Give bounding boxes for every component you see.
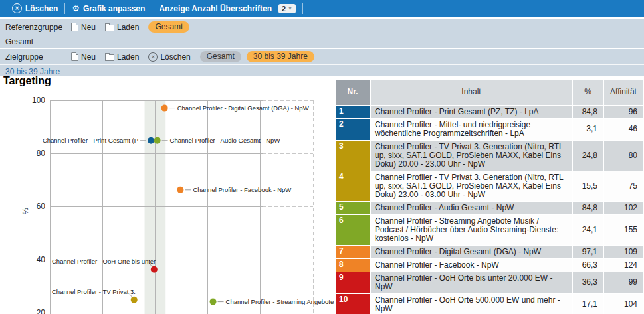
- reference-group-badge-gesamt[interactable]: Gesamt: [148, 21, 189, 33]
- headings-count-dropdown[interactable]: 2 ▼: [278, 4, 296, 13]
- x-circle-icon: ✕: [148, 52, 158, 62]
- table-row[interactable]: 6Channel Profiler - Streaming Angebote M…: [336, 214, 643, 245]
- chart-title: Targeting: [3, 75, 51, 87]
- row-percent: 15,5: [572, 171, 603, 201]
- target-group-new-button[interactable]: Neu: [71, 52, 96, 62]
- row-affinitaet: 109: [603, 245, 643, 258]
- toolbar-delete-label: Löschen: [25, 4, 58, 13]
- load-button-label: Laden: [117, 52, 139, 62]
- new-document-icon: [71, 23, 78, 31]
- load-button-label: Laden: [117, 23, 139, 32]
- row-percent: 17,1: [572, 293, 603, 314]
- target-group-delete-button[interactable]: ✕ Löschen: [148, 52, 190, 62]
- chart-point-label: Channel Profiler - Print Gesamt (P: [43, 137, 138, 144]
- toolbar-delete-button[interactable]: ✕ Löschen: [5, 3, 64, 13]
- chart-point[interactable]: [148, 137, 154, 144]
- row-affinitaet: 155: [603, 214, 643, 245]
- row-inhalt: Channel Profiler - Facebook - NpW: [370, 258, 572, 272]
- chart-point-label: Channel Profiler - OoH Orte bis unter: [52, 258, 156, 265]
- chart-point[interactable]: [131, 297, 138, 303]
- row-affinitaet: 124: [603, 258, 643, 272]
- column-header-nr[interactable]: Nr.: [336, 80, 370, 105]
- table-row[interactable]: 1Channel Profiler - Print Gesamt (PZ, TZ…: [336, 105, 643, 118]
- row-percent: 84,8: [572, 105, 603, 118]
- target-group-row: Zielgruppe Neu Laden ✕ Löschen Gesamt 30…: [0, 49, 644, 64]
- reference-group-selected-row: Gesamt: [0, 35, 644, 48]
- row-affinitaet: 99: [603, 272, 643, 293]
- y-axis-tick: 80: [37, 149, 46, 158]
- target-group-badge-gesamt[interactable]: Gesamt: [200, 51, 241, 62]
- y-axis-label: %: [21, 208, 29, 214]
- reference-group-load-button[interactable]: Laden: [105, 23, 139, 32]
- target-group-panel: Zielgruppe Neu Laden ✕ Löschen Gesamt 30…: [0, 49, 644, 76]
- row-affinitaet: 80: [603, 140, 643, 171]
- reference-group-row: Referenzgruppe Neu Laden Gesamt: [0, 19, 644, 35]
- reference-group-new-button[interactable]: Neu: [71, 23, 96, 32]
- chart-point-label: Channel Profiler - Facebook - NpW: [193, 186, 291, 193]
- target-group-selected-row: 30 bis 39 Jahre: [0, 64, 644, 78]
- chart-point-label: Channel Profiler - TV Privat 3.: [52, 288, 136, 295]
- y-axis-tick: 100: [32, 96, 45, 105]
- table-row[interactable]: 5Channel Profiler - Audio Gesamt - NpW84…: [336, 201, 643, 214]
- row-inhalt: Channel Profiler - Streaming Angebote Mu…: [370, 214, 572, 245]
- row-percent: 84,8: [572, 201, 603, 214]
- row-inhalt: Channel Profiler - Digital Gesamt (DGA) …: [370, 245, 572, 258]
- row-number-badge: 9: [336, 272, 370, 293]
- chart-point-label: Channel Profiler - Digital Gesamt (DGA) …: [177, 104, 309, 112]
- reference-group-selected: Gesamt: [5, 37, 33, 46]
- row-percent: 24,1: [572, 214, 603, 245]
- row-number-badge: 1: [336, 105, 370, 118]
- table-row[interactable]: 2Channel Profiler - Mittel- und niedrigp…: [336, 118, 643, 140]
- row-inhalt: Channel Profiler - OoH Orte 500.000 EW u…: [370, 293, 572, 314]
- toolbar-adjust-graphic-button[interactable]: ⚙ Grafik anpassen: [65, 4, 152, 13]
- table-row[interactable]: 7Channel Profiler - Digital Gesamt (DGA)…: [336, 245, 643, 258]
- chart-point[interactable]: [177, 187, 183, 193]
- toolbar-adjust-label: Grafik anpassen: [83, 4, 145, 13]
- chart-point[interactable]: [210, 299, 217, 305]
- table-row[interactable]: 4Channel Profiler - TV Privat 3. Generat…: [336, 171, 643, 201]
- row-number-badge: 2: [336, 118, 370, 140]
- toolbar-headings-label: Anzeige Anzahl Überschriften: [159, 4, 272, 13]
- chart-point[interactable]: [161, 105, 168, 112]
- results-table-panel: Nr. Inhalt % Affinität 1Channel Profiler…: [336, 80, 643, 314]
- row-percent: 97,1: [572, 245, 603, 258]
- chart-point[interactable]: [151, 266, 158, 273]
- row-affinitaet: 46: [603, 118, 643, 140]
- targeting-app: ✕ Löschen ⚙ Grafik anpassen Anzeige Anza…: [0, 0, 644, 314]
- new-document-icon: [71, 52, 78, 61]
- table-row[interactable]: 8Channel Profiler - Facebook - NpW66,312…: [336, 258, 643, 272]
- new-button-label: Neu: [81, 52, 96, 62]
- row-inhalt: Channel Profiler - Mittel- und niedrigpr…: [370, 118, 572, 140]
- row-number-badge: 10: [336, 293, 370, 314]
- row-number-badge: 5: [336, 201, 370, 214]
- reference-group-label: Referenzgruppe: [5, 23, 71, 32]
- column-header-inhalt[interactable]: Inhalt: [370, 80, 572, 105]
- toolbar-headings-group: Anzeige Anzahl Überschriften 2 ▼: [152, 4, 302, 13]
- row-number-badge: 3: [336, 140, 370, 171]
- chart-point[interactable]: [154, 137, 161, 144]
- new-button-label: Neu: [81, 23, 96, 32]
- headings-count-value: 2: [282, 5, 286, 13]
- folder-icon: [105, 54, 114, 61]
- table-row[interactable]: 9Channel Profiler - OoH Orte bis unter 2…: [336, 272, 643, 293]
- row-inhalt: Channel Profiler - OoH Orte bis unter 20…: [370, 272, 572, 293]
- row-inhalt: Channel Profiler - TV Privat 3. Generati…: [370, 140, 572, 171]
- row-inhalt: Channel Profiler - Print Gesamt (PZ, TZ)…: [370, 105, 572, 118]
- row-number-badge: 8: [336, 258, 370, 272]
- row-number-badge: 4: [336, 171, 370, 201]
- table-row[interactable]: 3Channel Profiler - TV Privat 3. Generat…: [336, 140, 643, 171]
- column-header-affinitaet[interactable]: Affinität: [603, 80, 643, 105]
- target-group-badge-age[interactable]: 30 bis 39 Jahre: [247, 51, 314, 62]
- row-number-badge: 7: [336, 245, 370, 258]
- column-header-pct[interactable]: %: [572, 80, 603, 105]
- target-group-load-button[interactable]: Laden: [105, 52, 139, 62]
- target-group-label: Zielgruppe: [5, 52, 71, 62]
- y-axis-tick: 60: [37, 202, 46, 211]
- gear-icon: ⚙: [72, 4, 80, 13]
- row-inhalt: Channel Profiler - Audio Gesamt - NpW: [370, 201, 572, 214]
- chevron-down-icon: ▼: [288, 6, 292, 11]
- toolbar-separator: [302, 3, 303, 14]
- row-inhalt: Channel Profiler - TV Privat 3. Generati…: [370, 171, 572, 201]
- table-row[interactable]: 10Channel Profiler - OoH Orte 500.000 EW…: [336, 293, 643, 314]
- row-number-badge: 6: [336, 214, 370, 245]
